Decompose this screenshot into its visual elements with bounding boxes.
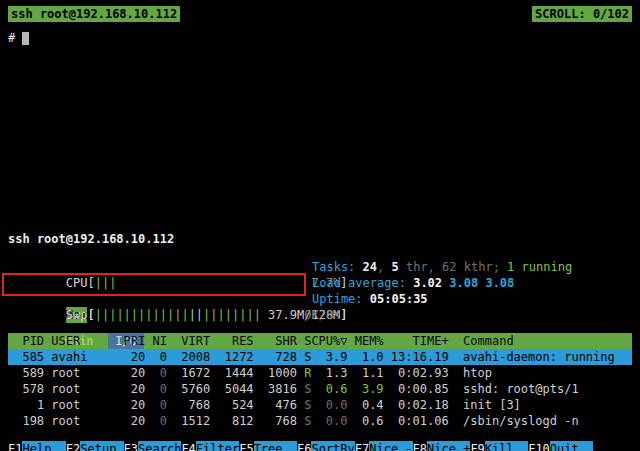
fn-key: F6 — [297, 441, 311, 451]
fn-setup-button[interactable]: F2Setup — [66, 441, 124, 451]
process-row-selected[interactable]: 585 avahi 20 0 2008 1272 728 S 3.9 1.0 1… — [8, 349, 632, 365]
top-status-bar: ssh root@192.168.10.112 SCROLL:0/102 — [8, 6, 632, 22]
process-row[interactable]: 578 root 20 0 5760 5044 3816 S 0.6 3.9 0… — [8, 381, 632, 397]
load-average-stat: Load average: 3.023.083.08 — [312, 275, 514, 291]
fn-tree-button[interactable]: F5Tree — [239, 441, 297, 451]
cell-shr: 3816 — [254, 381, 297, 397]
cell-ni: 0 — [145, 349, 167, 365]
col-state[interactable]: S — [297, 333, 311, 349]
cell-time: 0:00.85 — [384, 381, 449, 397]
fn-quit-button[interactable]: F10Quit — [528, 441, 593, 451]
cell-state: S — [297, 381, 311, 397]
bracket-open: [ — [87, 308, 94, 322]
thr-label: thr, — [399, 260, 442, 274]
cell-ni: 0 — [145, 365, 167, 381]
prompt-symbol: # — [8, 31, 15, 45]
fn-label: Setup — [80, 441, 123, 451]
fn-kill-button[interactable]: F9Kill — [470, 441, 528, 451]
col-time[interactable]: TIME+ — [384, 333, 449, 349]
cell-command: sshd: root@pts/1 — [463, 381, 632, 397]
fn-sortby-button[interactable]: F6SortBy — [297, 441, 355, 451]
fn-nice-minus-button[interactable]: F7Nice - — [355, 441, 413, 451]
shell-prompt-line[interactable]: # — [8, 30, 640, 46]
process-row[interactable]: 198 root 20 0 1512 812 768 S 0.0 0.6 0:0… — [8, 413, 632, 429]
bottom-terminal-pane: ssh root@192.168.10.112 CPU[|||7.7%] Tas… — [0, 224, 640, 451]
cell-time: 0:01.06 — [384, 413, 449, 429]
bracket-close: ] — [340, 308, 347, 322]
cell-user: root — [51, 381, 116, 397]
cell-res: 524 — [210, 397, 253, 413]
fn-key: F10 — [528, 441, 550, 451]
col-cpu-label: CPU% — [311, 334, 340, 348]
cell-virt: 2008 — [167, 349, 210, 365]
process-table-header: PID USER PRI NI VIRT RES SHR S CPU%▽ MEM… — [8, 333, 632, 349]
cell-state: S — [297, 413, 311, 429]
cell-time: 0:02.93 — [384, 365, 449, 381]
load-label: Load average: — [312, 276, 413, 290]
col-shr[interactable]: SHR — [254, 333, 297, 349]
cell-pri: 20 — [116, 413, 145, 429]
cell-pid: 1 — [8, 397, 44, 413]
fn-key: F4 — [181, 441, 195, 451]
fn-label: Search — [138, 441, 181, 451]
col-cpu-sorted[interactable]: CPU%▽ — [311, 333, 347, 349]
scroll-label: SCROLL: — [535, 7, 586, 21]
cell-res: 5044 — [210, 381, 253, 397]
fn-search-button[interactable]: F3Search — [124, 441, 182, 451]
uptime-label: Uptime: — [312, 292, 370, 306]
col-virt[interactable]: VIRT — [167, 333, 210, 349]
load-15min: 3.08 — [485, 276, 514, 290]
cell-mem: 1.1 — [347, 365, 383, 381]
fn-label: Help — [22, 441, 65, 451]
cell-virt: 768 — [167, 397, 210, 413]
fn-help-button[interactable]: F1Help — [8, 441, 66, 451]
col-ni[interactable]: NI — [145, 333, 167, 349]
cell-mem: 3.9 — [347, 381, 383, 397]
cell-ni: 0 — [145, 397, 167, 413]
fn-key: F8 — [413, 441, 427, 451]
cell-command: avahi-daemon: running — [463, 349, 632, 365]
col-res[interactable]: RES — [210, 333, 253, 349]
fn-key: F7 — [355, 441, 369, 451]
cell-res: 1444 — [210, 365, 253, 381]
cell-res: 812 — [210, 413, 253, 429]
fn-label: Nice + — [427, 441, 470, 451]
fn-label: Nice - — [369, 441, 412, 451]
uptime-stat: Uptime: 05:05:35 — [312, 291, 428, 307]
cell-ni: 0 — [145, 413, 167, 429]
uptime-value: 05:05:35 — [370, 292, 428, 306]
kthr-label: 62 kthr; — [442, 260, 507, 274]
fn-label: SortBy — [311, 441, 354, 451]
process-row[interactable]: 1 root 20 0 768 524 476 S 0.0 0.4 0:02.1… — [8, 397, 632, 413]
sort-desc-icon: ▽ — [340, 334, 347, 348]
cell-pid: 578 — [8, 381, 44, 397]
load-1min: 3.02 — [413, 276, 442, 290]
cell-shr: 1000 — [254, 365, 297, 381]
cell-mem: 0.4 — [347, 397, 383, 413]
cell-cpu: 3.9 — [311, 349, 347, 365]
pane-title: ssh root@192.168.10.112 — [8, 231, 632, 247]
col-pri[interactable]: PRI — [116, 333, 145, 349]
htop-meters: CPU[|||7.7%] Tasks: 24, 5 thr, 62 kthr; … — [8, 259, 632, 307]
fn-nice-plus-button[interactable]: F8Nice + — [413, 441, 471, 451]
fn-filter-button[interactable]: F4Filter — [181, 441, 239, 451]
tasks-stat: Tasks: 24, 5 thr, 62 kthr; 1 running — [312, 259, 572, 275]
cell-mem: 1.0 — [347, 349, 383, 365]
cell-mem: 0.6 — [347, 413, 383, 429]
scroll-indicator: SCROLL:0/102 — [532, 6, 632, 22]
load-5min: 3.08 — [449, 276, 478, 290]
cell-cpu: 0.0 — [311, 397, 347, 413]
col-command[interactable]: Command — [463, 333, 632, 349]
tasks-label: Tasks: — [312, 260, 363, 274]
cell-time: 0:02.18 — [384, 397, 449, 413]
col-mem[interactable]: MEM% — [347, 333, 383, 349]
function-key-bar: F1Help F2Setup F3Search F4Filter F5Tree … — [8, 441, 640, 451]
fn-label: Tree — [254, 441, 297, 451]
terminal-cursor — [22, 32, 29, 45]
process-row[interactable]: 589 root 20 0 1672 1444 1000 R 1.3 1.1 0… — [8, 365, 632, 381]
cell-pri: 20 — [116, 381, 145, 397]
swap-meter: Swp[0K/0K] Uptime: 05:05:35 — [8, 291, 632, 307]
swap-meter-value: 0K/0K — [304, 307, 340, 323]
cell-state: S — [297, 397, 311, 413]
cell-user: root — [51, 365, 116, 381]
